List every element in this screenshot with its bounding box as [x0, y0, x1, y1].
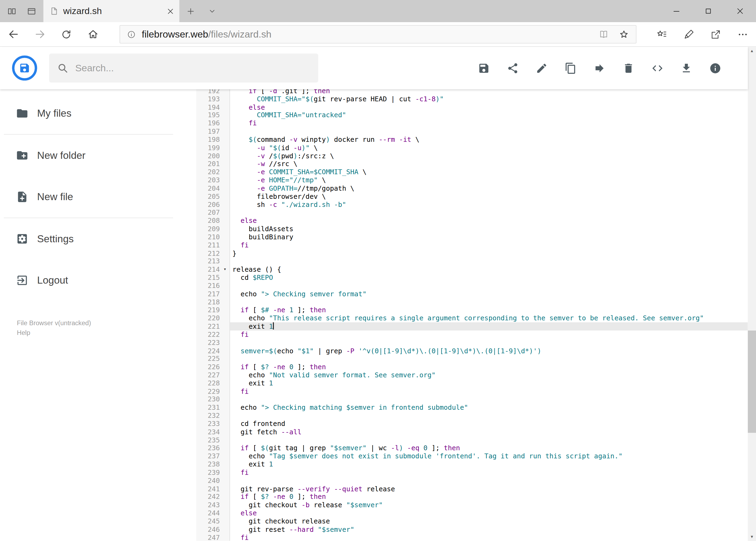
- code-text[interactable]: [230, 338, 748, 346]
- code-line[interactable]: 233 cd frontend: [196, 420, 748, 428]
- code-line[interactable]: 203 -e HOME="//tmp" \: [196, 176, 748, 184]
- code-text[interactable]: cd $REPO: [230, 273, 748, 282]
- code-line[interactable]: 198 $(command -v winpty) docker run --rm…: [196, 136, 748, 144]
- code-text[interactable]: else: [230, 217, 748, 225]
- filebrowser-logo-icon[interactable]: [12, 55, 38, 81]
- code-text[interactable]: [230, 282, 748, 290]
- code-text[interactable]: git reset --hard "$semver": [230, 525, 748, 533]
- back-button[interactable]: [0, 22, 26, 46]
- code-line[interactable]: 209 buildAssets: [196, 225, 748, 233]
- move-button[interactable]: [585, 54, 614, 82]
- code-line[interactable]: 195 COMMIT_SHA="untracked": [196, 111, 748, 119]
- code-line[interactable]: 207: [196, 209, 748, 217]
- code-line[interactable]: 244 else: [196, 509, 748, 517]
- scroll-down-icon[interactable]: ▼: [748, 533, 756, 541]
- code-line[interactable]: 227 echo "Not valid semver format. See s…: [196, 371, 748, 379]
- code-line[interactable]: 236 if [ $(git tag | grep "$semver" | wc…: [196, 444, 748, 452]
- code-line[interactable]: 193 COMMIT_SHA="$(git rev-parse HEAD | c…: [196, 95, 748, 103]
- code-line[interactable]: 247 fi: [196, 533, 748, 541]
- save-button[interactable]: [469, 54, 498, 82]
- code-text[interactable]: exit 1: [230, 460, 748, 468]
- rename-button[interactable]: [527, 54, 556, 82]
- code-line[interactable]: 220 echo "This release script requires a…: [196, 314, 748, 322]
- code-line[interactable]: 224 semver=$(echo "$1" | grep -P '^v(0|[…: [196, 347, 748, 355]
- share-icon[interactable]: [702, 29, 729, 40]
- close-window-button[interactable]: [724, 0, 756, 22]
- code-text[interactable]: buildAssets: [230, 225, 748, 233]
- code-line[interactable]: 217 echo "> Checking semver format": [196, 290, 748, 298]
- code-text[interactable]: git checkout release: [230, 517, 748, 525]
- delete-button[interactable]: [614, 54, 642, 82]
- code-line[interactable]: 222 fi: [196, 330, 748, 338]
- help-link[interactable]: Help: [17, 328, 31, 338]
- code-text[interactable]: if [ $(git tag | grep "$semver" | wc -l)…: [230, 444, 748, 452]
- code-line[interactable]: 214▾release () {: [196, 266, 748, 273]
- code-line[interactable]: 241 git rev-parse --verify --quiet relea…: [196, 485, 748, 493]
- code-line[interactable]: 194 else: [196, 103, 748, 111]
- code-line[interactable]: 215 cd $REPO: [196, 273, 748, 282]
- browser-tab[interactable]: wizard.sh: [44, 0, 179, 22]
- tab-close-icon[interactable]: [168, 8, 173, 14]
- code-text[interactable]: -e COMMIT_SHA=$COMMIT_SHA \: [230, 168, 748, 176]
- code-line[interactable]: 246 git reset --hard "$semver": [196, 525, 748, 533]
- code-text[interactable]: echo "Tag $semver does not exist in subm…: [230, 452, 748, 460]
- code-line[interactable]: 223: [196, 338, 748, 346]
- code-text[interactable]: [230, 412, 748, 420]
- scroll-up-icon[interactable]: ▲: [748, 47, 756, 55]
- code-line[interactable]: 230: [196, 395, 748, 403]
- copy-button[interactable]: [556, 54, 585, 82]
- code-line[interactable]: 242 if [ $? -ne 0 ]; then: [196, 493, 748, 501]
- code-line[interactable]: 200 -v /$(pwd):/src:z \: [196, 152, 748, 160]
- code-text[interactable]: [230, 298, 748, 306]
- code-line[interactable]: 216: [196, 282, 748, 290]
- url-text[interactable]: filebrowser.web/files/wizard.sh: [142, 29, 593, 40]
- code-line[interactable]: 208 else: [196, 217, 748, 225]
- code-text[interactable]: -e HOME="//tmp" \: [230, 176, 748, 184]
- code-line[interactable]: 239 fi: [196, 468, 748, 476]
- maximize-button[interactable]: [692, 0, 724, 22]
- share-button[interactable]: [498, 54, 527, 82]
- page-scrollbar[interactable]: ▲ ▼: [748, 47, 756, 541]
- code-text[interactable]: [230, 209, 748, 217]
- code-text[interactable]: if [ $# -ne 1 ]; then: [230, 306, 748, 314]
- code-text[interactable]: [230, 436, 748, 444]
- code-editor[interactable]: 192 if [ -d .git ]; then193 COMMIT_SHA="…: [196, 89, 748, 541]
- code-line[interactable]: 202 -e COMMIT_SHA=$COMMIT_SHA \: [196, 168, 748, 176]
- code-line[interactable]: 211 fi: [196, 241, 748, 249]
- code-text[interactable]: [230, 128, 748, 136]
- code-text[interactable]: echo "> Checking semver format": [230, 290, 748, 298]
- code-line[interactable]: 229 fi: [196, 387, 748, 395]
- code-text[interactable]: COMMIT_SHA="$(git rev-parse HEAD | cut -…: [230, 95, 748, 103]
- code-line[interactable]: 192 if [ -d .git ]; then: [196, 89, 748, 95]
- tabs-aside-icon[interactable]: [7, 6, 17, 16]
- site-info-icon[interactable]: [127, 30, 136, 39]
- code-text[interactable]: echo "This release script requires a sin…: [230, 314, 748, 322]
- code-text[interactable]: git fetch --all: [230, 428, 748, 436]
- code-text[interactable]: sh -c "./wizard.sh -b": [230, 201, 748, 209]
- minimize-button[interactable]: [660, 0, 692, 22]
- code-line[interactable]: 238 exit 1: [196, 460, 748, 468]
- code-text[interactable]: cd frontend: [230, 420, 748, 428]
- code-text[interactable]: if [ -d .git ]; then: [230, 89, 748, 95]
- info-button[interactable]: [701, 54, 730, 82]
- code-line[interactable]: 204 -e GOPATH=//tmp/gopath \: [196, 184, 748, 192]
- favorites-hub-icon[interactable]: [648, 29, 675, 40]
- scrollbar-thumb[interactable]: [748, 330, 756, 433]
- code-text[interactable]: git checkout -b release "$semver": [230, 501, 748, 509]
- more-menu-icon[interactable]: [729, 29, 756, 40]
- code-text[interactable]: fi: [230, 241, 748, 249]
- code-text[interactable]: fi: [230, 330, 748, 338]
- code-line[interactable]: 240: [196, 477, 748, 485]
- code-line[interactable]: 197: [196, 128, 748, 136]
- code-line[interactable]: 228 exit 1: [196, 379, 748, 387]
- sidebar-item-my-files[interactable]: My files: [0, 93, 196, 134]
- code-line[interactable]: 234 git fetch --all: [196, 428, 748, 436]
- sidebar-item-new-file[interactable]: New file: [0, 176, 196, 218]
- code-line[interactable]: 213: [196, 258, 748, 266]
- code-text[interactable]: exit 1: [230, 322, 748, 330]
- code-text[interactable]: -u "$(id -u)" \: [230, 144, 748, 152]
- search-bar[interactable]: [49, 54, 318, 82]
- code-line[interactable]: 210 buildBinary: [196, 233, 748, 241]
- code-text[interactable]: echo "> Checking matching $semver in fro…: [230, 403, 748, 412]
- code-text[interactable]: if [ $? -ne 0 ]; then: [230, 493, 748, 501]
